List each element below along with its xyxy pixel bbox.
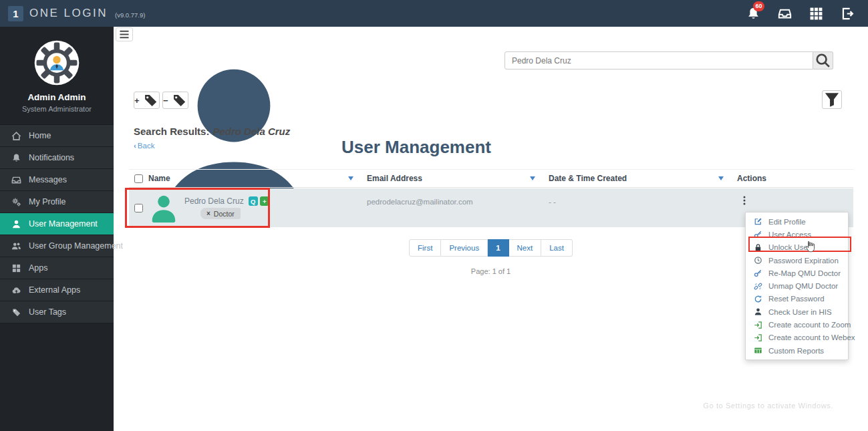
app-logo: 1 ONE LOGIN (v9.0.77.9) (0, 6, 145, 21)
back-label: Back (138, 142, 155, 150)
sidebar-item-label: User Management (29, 219, 98, 229)
pagination-previous-button[interactable]: Previous (441, 239, 488, 257)
sidebar-profile: Admin Admin System Administrator (0, 27, 114, 124)
sidebar-toggle-button[interactable] (116, 27, 133, 41)
sidebar-item-user-group-management[interactable]: User Group Management (0, 235, 114, 257)
logout-icon[interactable] (841, 7, 855, 21)
filter-icon (823, 91, 841, 108)
home-icon (11, 131, 21, 141)
pagination-next-button[interactable]: Next (509, 239, 542, 257)
table-header: Name Email Address Date & Time Created A… (129, 169, 853, 188)
menu-item-user-access[interactable]: User Access (746, 228, 848, 241)
sidebar-item-label: Apps (29, 263, 48, 273)
gears-icon (11, 197, 21, 207)
menu-item-create-account-to-zoom[interactable]: Create account to Zoom (746, 318, 848, 331)
user-icon (11, 219, 21, 229)
lock-icon (754, 243, 762, 252)
back-link[interactable]: ‹Back (134, 142, 154, 150)
menu-item-unmap-qmu-doctor[interactable]: Unmap QMU Doctor (746, 279, 848, 292)
menu-item-unlock-user[interactable]: Unlock User (746, 241, 848, 254)
logo-text: ONE LOGIN (29, 7, 108, 20)
page-title-text: User Management (341, 137, 491, 158)
row-actions-menu-button[interactable] (739, 194, 750, 206)
sidebar-item-apps[interactable]: Apps (0, 257, 114, 279)
sidebar-item-label: Home (29, 131, 51, 140)
user-avatar-icon (149, 192, 178, 224)
email-cell: pedrodelacruz@mailinator.com (361, 188, 543, 227)
apps-grid-icon[interactable] (809, 7, 823, 21)
user-check-icon (754, 307, 762, 316)
menu-item-label: Custom Reports (768, 347, 824, 355)
column-label: Date & Time Created (549, 174, 627, 183)
key-icon (754, 230, 762, 239)
sidebar-item-external-apps[interactable]: External Apps (0, 279, 114, 301)
sidebar-item-label: Notifications (29, 153, 74, 162)
bell-icon (11, 153, 21, 163)
menu-item-check-user-in-his[interactable]: Check User in HIS (746, 305, 848, 318)
user-tag-chip: × Doctor (200, 208, 241, 219)
menu-item-create-account-to-webex[interactable]: Create account to Webex (746, 331, 848, 344)
notification-count-badge: 60 (753, 1, 764, 11)
select-all-checkbox[interactable] (134, 174, 143, 183)
sort-caret-icon[interactable] (718, 176, 724, 180)
add-tag-button[interactable]: + (134, 92, 160, 109)
key-icon (754, 269, 762, 277)
menu-item-label: Create account to Zoom (768, 321, 851, 329)
menu-item-custom-reports[interactable]: Custom Reports (746, 344, 848, 357)
menu-item-re-map-qmu-doctor[interactable]: Re-Map QMU Doctor (746, 267, 848, 279)
sidebar-item-home[interactable]: Home (0, 125, 114, 147)
pagination-first-button[interactable]: First (409, 239, 441, 257)
pagination-page-1-button[interactable]: 1 (488, 239, 509, 257)
grid-icon (11, 263, 21, 273)
search-input[interactable] (504, 51, 813, 69)
windows-activation-watermark: Go to Settings to activate Windows. (703, 402, 833, 410)
menu-item-label: Re-Map QMU Doctor (768, 269, 841, 277)
actions-context-menu: Edit ProfileUser AccessUnlock UserPasswo… (745, 212, 849, 360)
minus-symbol: − (163, 96, 168, 106)
date-created-cell: - - (543, 188, 732, 227)
user-search (504, 51, 833, 69)
notifications-bell-icon[interactable]: 60 (746, 7, 760, 21)
sidebar-item-label: User Group Management (29, 241, 123, 251)
column-label: Email Address (367, 174, 422, 183)
remove-tag-x-icon[interactable]: × (206, 210, 210, 217)
menu-item-label: Check User in HIS (768, 308, 832, 316)
sidebar: Admin Admin System Administrator HomeNot… (0, 27, 114, 431)
menu-item-label: Edit Profile (768, 218, 806, 226)
menu-item-password-expiration[interactable]: Password Expiration (746, 254, 848, 267)
sidebar-item-label: Messages (29, 175, 67, 184)
search-button[interactable] (813, 51, 833, 69)
search-icon (813, 52, 833, 69)
filter-button[interactable] (822, 90, 842, 109)
user-info: Pedro Dela Cruz Q+ × Doctor (184, 196, 269, 219)
sidebar-item-user-tags[interactable]: User Tags (0, 301, 114, 323)
sidebar-item-user-management[interactable]: User Management (0, 213, 114, 235)
messages-inbox-icon[interactable] (778, 7, 792, 21)
inbox-icon (778, 7, 792, 21)
tag-icon (170, 92, 188, 108)
column-header-date: Date & Time Created (543, 170, 732, 187)
remove-tag-button[interactable]: − (162, 92, 188, 109)
menu-item-label: Create account to Webex (768, 333, 855, 341)
row-checkbox[interactable] (134, 204, 143, 212)
sign-in-icon (754, 333, 762, 342)
admin-role: System Administrator (0, 105, 114, 113)
admin-name: Admin Admin (0, 92, 114, 102)
user-badge: + (260, 196, 269, 206)
tag-icon (11, 307, 21, 317)
edit-icon (754, 217, 762, 226)
sidebar-item-notifications[interactable]: Notifications (0, 147, 114, 169)
pagination-last-button[interactable]: Last (541, 239, 573, 257)
search-results-heading: Search Results:Pedro Dela Cruz (134, 126, 290, 137)
menu-item-reset-password[interactable]: Reset Password (746, 293, 848, 305)
sidebar-item-my-profile[interactable]: My Profile (0, 191, 114, 213)
sign-out-icon (841, 7, 855, 21)
plus-symbol: + (134, 96, 140, 106)
sort-caret-icon[interactable] (348, 176, 353, 180)
sidebar-item-messages[interactable]: Messages (0, 169, 114, 191)
refresh-icon (754, 295, 762, 303)
sort-caret-icon[interactable] (530, 176, 535, 180)
user-name: Pedro Dela Cruz (184, 196, 244, 206)
grid-icon (809, 7, 823, 21)
menu-item-edit-profile[interactable]: Edit Profile (746, 215, 848, 228)
